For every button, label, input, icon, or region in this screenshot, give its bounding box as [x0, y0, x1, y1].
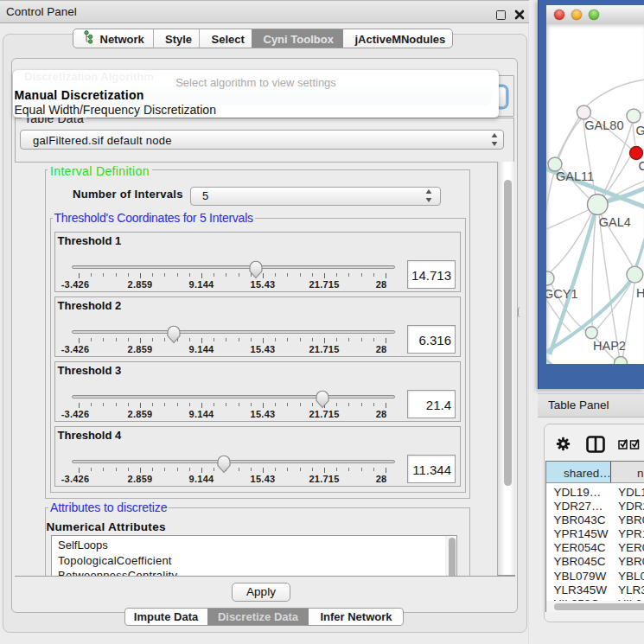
svg-text:C: C	[639, 159, 644, 173]
svg-text:GA: GA	[636, 124, 644, 137]
svg-text:GAL80: GAL80	[584, 118, 623, 132]
svg-text:GAL11: GAL11	[556, 169, 594, 183]
svg-text:GCY1: GCY1	[546, 287, 578, 301]
svg-text:GAL4: GAL4	[599, 215, 631, 229]
svg-text:H: H	[636, 286, 644, 300]
svg-text:HAP2: HAP2	[593, 339, 626, 353]
